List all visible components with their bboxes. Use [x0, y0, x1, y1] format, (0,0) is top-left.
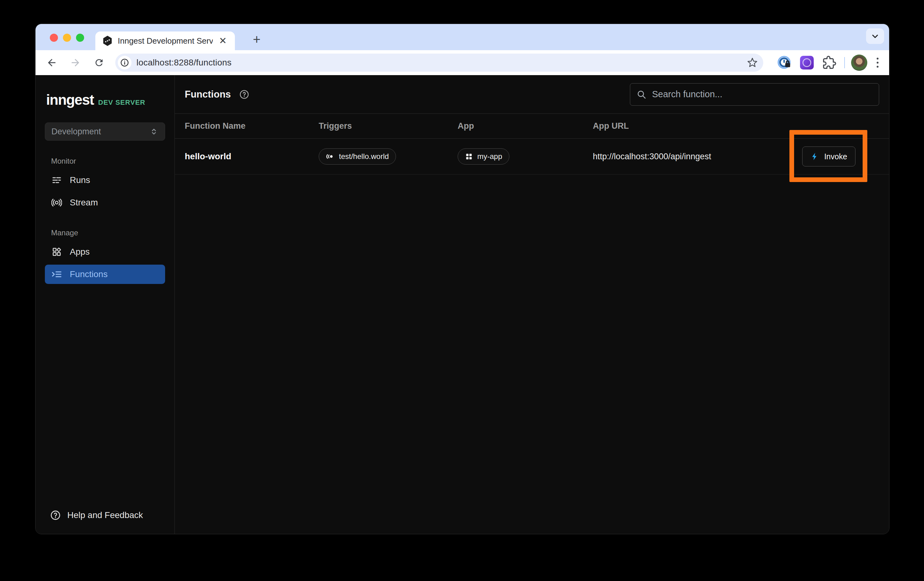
- column-header-function-name: Function Name: [185, 121, 319, 131]
- sidebar-item-label: Runs: [70, 175, 90, 185]
- lightning-bolt-icon: [810, 152, 819, 161]
- inngest-app: inngest DEV SERVER Development Monitor R…: [36, 75, 889, 534]
- extensions-puzzle-icon[interactable]: [820, 54, 838, 71]
- page-title: Functions: [185, 89, 231, 100]
- back-button[interactable]: [44, 55, 59, 70]
- function-name[interactable]: hello-world: [185, 151, 319, 161]
- help-and-feedback[interactable]: Help and Feedback: [45, 510, 165, 525]
- section-label-monitor: Monitor: [51, 157, 165, 166]
- zoom-window-button[interactable]: [76, 34, 84, 42]
- apps-icon: [51, 246, 62, 257]
- app-badge[interactable]: my-app: [458, 148, 509, 165]
- app-grid-icon: [465, 152, 473, 161]
- profile-avatar[interactable]: [851, 55, 867, 71]
- sidebar: inngest DEV SERVER Development Monitor R…: [36, 75, 175, 534]
- forward-arrow-icon: [70, 57, 81, 68]
- password-manager-extension-icon[interactable]: [776, 54, 793, 71]
- environment-select[interactable]: Development: [45, 122, 165, 141]
- tab-search-chevron-button[interactable]: [866, 28, 884, 44]
- dev-server-badge: DEV SERVER: [98, 98, 145, 107]
- back-arrow-icon: [46, 57, 57, 68]
- forward-button[interactable]: [68, 55, 83, 70]
- stream-icon: [51, 197, 62, 208]
- search-input[interactable]: [652, 89, 873, 99]
- trigger-badge[interactable]: test/hello.world: [319, 148, 396, 165]
- minimize-window-button[interactable]: [63, 34, 71, 42]
- browser-window: Inngest Development Server ✕ + localhost…: [35, 24, 889, 534]
- app-url: http://localhost:3000/api/inngest: [593, 152, 792, 161]
- table-row[interactable]: hello-world test/hello.world: [175, 139, 889, 175]
- sidebar-item-runs[interactable]: Runs: [45, 170, 165, 190]
- url-text[interactable]: localhost:8288/functions: [137, 58, 747, 68]
- reload-button[interactable]: [92, 55, 107, 70]
- invoke-label: Invoke: [824, 152, 847, 161]
- trigger-label: test/hello.world: [339, 152, 389, 161]
- new-tab-button[interactable]: +: [250, 33, 264, 47]
- column-header-app-url: App URL: [593, 121, 792, 131]
- logo-row: inngest DEV SERVER: [45, 91, 165, 108]
- section-label-manage: Manage: [51, 228, 165, 237]
- chevron-down-icon: [870, 31, 880, 41]
- site-info-icon[interactable]: [118, 56, 132, 70]
- url-bar[interactable]: localhost:8288/functions: [115, 54, 763, 72]
- environment-select-value: Development: [51, 127, 101, 137]
- column-header-app: App: [458, 121, 593, 131]
- app-label: my-app: [477, 152, 502, 161]
- help-circle-icon: [50, 510, 61, 521]
- event-trigger-icon: [326, 152, 335, 161]
- sidebar-item-label: Apps: [70, 247, 90, 257]
- table-header: Function Name Triggers App App URL: [175, 114, 889, 139]
- tab-title: Inngest Development Server: [118, 36, 213, 46]
- browser-toolbar: localhost:8288/functions: [36, 50, 889, 75]
- tab-close-icon[interactable]: ✕: [218, 36, 228, 46]
- runs-icon: [51, 175, 62, 186]
- reload-icon: [94, 57, 104, 68]
- main-panel: Functions Function Name: [175, 75, 889, 534]
- help-label: Help and Feedback: [67, 510, 143, 520]
- inngest-logo: inngest: [46, 91, 94, 108]
- select-chevrons-icon: [149, 127, 158, 136]
- bookmark-star-icon[interactable]: [747, 57, 757, 68]
- sidebar-item-label: Functions: [70, 269, 107, 279]
- purple-extension-icon[interactable]: [798, 54, 815, 71]
- toolbar-separator: [844, 57, 845, 68]
- sidebar-item-label: Stream: [70, 198, 98, 208]
- invoke-button[interactable]: Invoke: [802, 146, 856, 166]
- search-box[interactable]: [630, 83, 879, 106]
- tab-favicon-inngest-icon: [102, 36, 113, 46]
- search-icon: [637, 89, 647, 99]
- browser-menu-button[interactable]: [875, 56, 880, 70]
- window-controls: [50, 34, 84, 42]
- sidebar-item-functions[interactable]: Functions: [45, 265, 165, 284]
- column-header-triggers: Triggers: [319, 121, 458, 131]
- sidebar-item-apps[interactable]: Apps: [45, 242, 165, 262]
- functions-icon: [51, 269, 62, 280]
- page-help-icon[interactable]: [239, 89, 249, 100]
- main-header: Functions: [175, 75, 889, 114]
- browser-tab[interactable]: Inngest Development Server ✕: [95, 31, 235, 50]
- tab-strip: Inngest Development Server ✕ +: [36, 24, 889, 50]
- close-window-button[interactable]: [50, 34, 58, 42]
- sidebar-item-stream[interactable]: Stream: [45, 193, 165, 212]
